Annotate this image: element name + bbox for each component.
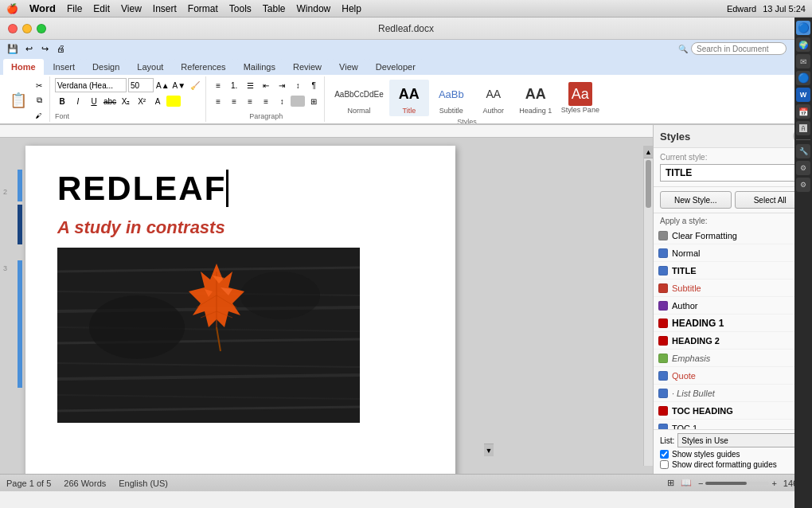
decrease-indent-btn[interactable]: ⇤ (259, 78, 273, 92)
redo-icon[interactable]: ↪ (38, 42, 51, 55)
shading-btn[interactable] (291, 96, 305, 107)
read-icon[interactable]: 📖 (681, 478, 692, 488)
chrome-icon[interactable]: 🔵 (796, 71, 810, 85)
italic-btn[interactable]: I (71, 94, 85, 108)
menu-table[interactable]: Table (263, 3, 286, 14)
zoom-slider[interactable] (705, 482, 769, 485)
justify-btn[interactable]: ≡ (259, 94, 273, 108)
tab-design[interactable]: Design (84, 59, 127, 75)
tab-insert[interactable]: Insert (45, 59, 84, 75)
show-direct-checkbox[interactable] (660, 460, 669, 469)
list-select[interactable]: Styles in Use (677, 433, 806, 447)
strikethrough-btn[interactable]: abc (103, 94, 117, 108)
list-item-emphasis[interactable]: Emphasis a (654, 350, 812, 367)
paste-button[interactable]: 📋 (6, 84, 30, 116)
show-para-btn[interactable]: ¶ (306, 78, 321, 92)
appstore-icon[interactable]: 🅰 (796, 121, 810, 135)
word-dock-icon[interactable]: W (796, 88, 810, 102)
title-bar: Redleaf.docx (0, 18, 812, 40)
font-size-input[interactable] (128, 78, 154, 92)
minimize-button[interactable] (22, 24, 32, 33)
new-style-button[interactable]: New Style... (660, 191, 732, 209)
vertical-scrollbar[interactable]: ▲ ▼ (643, 146, 653, 466)
menu-window[interactable]: Window (297, 3, 331, 14)
calendar-icon[interactable]: 📅 (796, 104, 810, 119)
style-styles-pane[interactable]: Aa Styles Pane (558, 80, 603, 115)
menu-word[interactable]: Word (29, 2, 56, 14)
save-icon[interactable]: 💾 (6, 42, 19, 55)
tool1-icon[interactable]: 🔧 (796, 144, 810, 158)
layout-icon[interactable]: ⊞ (667, 478, 674, 488)
menu-file[interactable]: File (67, 3, 82, 14)
menu-format[interactable]: Format (188, 3, 218, 14)
clear-format-btn[interactable]: 🧹 (188, 78, 202, 92)
tab-references[interactable]: References (173, 59, 233, 75)
show-guides-checkbox[interactable] (660, 450, 669, 459)
style-author[interactable]: AA Author (474, 80, 513, 116)
list-item-heading2[interactable]: HEADING 2 ¶ (654, 332, 812, 350)
borders-btn[interactable]: ⊞ (306, 94, 321, 108)
subscript-btn[interactable]: X₂ (119, 94, 133, 108)
safari-icon[interactable]: 🌍 (796, 37, 810, 52)
bold-btn[interactable]: B (55, 94, 69, 108)
font-family-input[interactable] (55, 78, 127, 92)
align-center-btn[interactable]: ≡ (227, 94, 241, 108)
style-normal[interactable]: AaBbCcDdEe Normal (331, 80, 387, 116)
style-subtitle[interactable]: AaBb Subtitle (431, 80, 471, 116)
apple-menu[interactable]: 🍎 (6, 3, 18, 14)
list-item-list-bullet[interactable]: · List Bullet ¶ (654, 385, 812, 402)
copy-button[interactable]: ⧉ (32, 93, 46, 107)
bullets-btn[interactable]: ≡ (211, 78, 225, 92)
list-item-normal[interactable]: Normal ¶ (654, 244, 812, 262)
zoom-out-icon[interactable]: − (698, 479, 703, 488)
style-title[interactable]: AA Title (389, 80, 429, 116)
tab-layout[interactable]: Layout (129, 59, 171, 75)
maximize-button[interactable] (37, 24, 46, 33)
finder-icon[interactable]: 🔵 (796, 21, 810, 35)
list-item-title[interactable]: TITLE ¶ (654, 262, 812, 279)
numbering-btn[interactable]: 1. (227, 78, 241, 92)
style-heading1[interactable]: AA Heading 1 (516, 80, 556, 116)
menu-insert[interactable]: Insert (153, 3, 177, 14)
print-icon[interactable]: 🖨 (54, 42, 67, 55)
style-clear-formatting[interactable]: Clear Formatting (654, 227, 812, 244)
menu-view[interactable]: View (121, 3, 142, 14)
decrease-font-btn[interactable]: A▼ (172, 78, 187, 92)
list-label: List: (660, 436, 674, 445)
tab-developer[interactable]: Developer (368, 59, 424, 75)
list-item-author[interactable]: Author ¶ (654, 297, 812, 315)
tab-view[interactable]: View (331, 59, 366, 75)
align-left-btn[interactable]: ≡ (211, 94, 225, 108)
settings-icon[interactable]: ⚙ (796, 178, 810, 192)
list-item-toc1[interactable]: TOC 1 ¶ (654, 420, 812, 429)
list-item-heading1[interactable]: HEADING 1 ¶ (654, 315, 812, 332)
list-item-quote[interactable]: Quote ¶ (654, 367, 812, 385)
mail-icon[interactable]: ✉ (796, 54, 810, 68)
format-painter[interactable]: 🖌 (32, 108, 46, 123)
list-item-subtitle[interactable]: Subtitle ¶ (654, 279, 812, 297)
menu-edit[interactable]: Edit (93, 3, 110, 14)
zoom-in-icon[interactable]: + (771, 479, 776, 488)
increase-indent-btn[interactable]: ⇥ (275, 78, 289, 92)
tab-review[interactable]: Review (285, 59, 330, 75)
superscript-btn[interactable]: X² (135, 94, 149, 108)
close-button[interactable] (8, 24, 18, 33)
highlight-btn[interactable] (166, 96, 181, 107)
menu-help[interactable]: Help (342, 3, 361, 14)
increase-font-btn[interactable]: A▲ (155, 78, 170, 92)
list-item-toc-heading[interactable]: TOC HEADING ¶ (654, 402, 812, 420)
tab-home[interactable]: Home (3, 59, 44, 75)
menu-tools[interactable]: Tools (229, 3, 252, 14)
line-spacing-btn[interactable]: ↕ (275, 94, 289, 108)
align-right-btn[interactable]: ≡ (243, 94, 257, 108)
multilevel-btn[interactable]: ☰ (243, 78, 257, 92)
tool2-icon[interactable]: ⚙ (796, 161, 810, 175)
sort-btn[interactable]: ↕ (291, 78, 305, 92)
font-color-btn[interactable]: A (150, 94, 165, 108)
tab-mailings[interactable]: Mailings (236, 59, 283, 75)
search-input[interactable] (691, 42, 787, 55)
show-direct-label: Show direct formatting guides (672, 460, 777, 469)
underline-btn[interactable]: U (87, 94, 101, 108)
undo-icon[interactable]: ↩ (22, 42, 35, 55)
cut-button[interactable]: ✂ (32, 78, 46, 92)
